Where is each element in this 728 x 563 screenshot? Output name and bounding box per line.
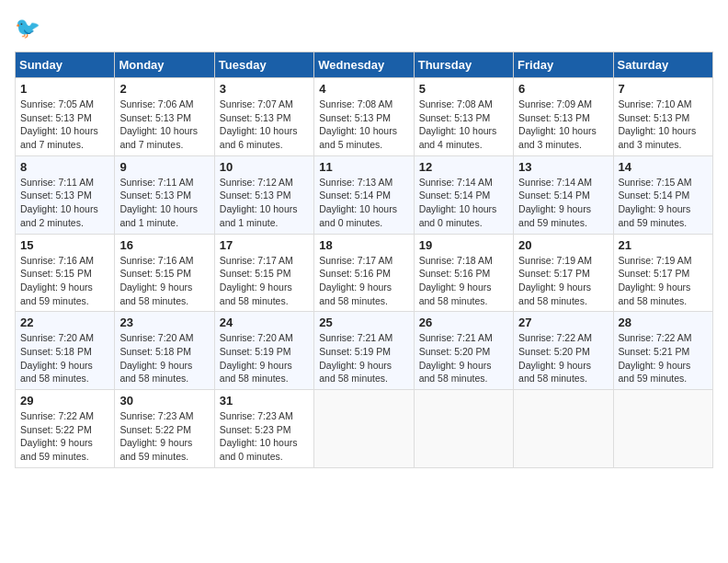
calendar-header-row: SundayMondayTuesdayWednesdayThursdayFrid… — [16, 52, 713, 78]
calendar-cell: 15 Sunrise: 7:16 AM Sunset: 5:15 PM Dayl… — [16, 234, 115, 312]
sunset-label: Sunset: 5:19 PM — [319, 346, 391, 357]
sunset-label: Sunset: 5:17 PM — [518, 268, 590, 279]
day-header-thursday: Thursday — [414, 52, 513, 78]
day-number: 30 — [119, 394, 209, 408]
daylight-label: Daylight: 10 hours and 5 minutes. — [319, 125, 397, 150]
cell-info: Sunrise: 7:06 AM Sunset: 5:13 PM Dayligh… — [119, 98, 209, 152]
cell-info: Sunrise: 7:22 AM Sunset: 5:22 PM Dayligh… — [20, 409, 109, 464]
logo-icon: 🐦 — [15, 15, 44, 44]
daylight-label: Daylight: 10 hours and 7 minutes. — [20, 125, 98, 150]
cell-info: Sunrise: 7:21 AM Sunset: 5:19 PM Dayligh… — [319, 331, 408, 385]
daylight-label: Daylight: 10 hours and 7 minutes. — [119, 125, 198, 150]
daylight-label: Daylight: 10 hours and 0 minutes. — [220, 437, 298, 462]
day-number: 8 — [20, 160, 109, 174]
calendar-week-3: 15 Sunrise: 7:16 AM Sunset: 5:15 PM Dayl… — [16, 234, 713, 312]
sunrise-label: Sunrise: 7:12 AM — [220, 177, 293, 188]
sunset-label: Sunset: 5:14 PM — [319, 190, 391, 201]
sunset-label: Sunset: 5:13 PM — [20, 112, 92, 123]
sunrise-label: Sunrise: 7:20 AM — [20, 332, 94, 343]
daylight-label: Daylight: 9 hours and 59 minutes. — [20, 437, 93, 462]
calendar-cell: 5 Sunrise: 7:08 AM Sunset: 5:13 PM Dayli… — [414, 78, 513, 156]
day-number: 3 — [220, 82, 309, 96]
calendar-week-2: 8 Sunrise: 7:11 AM Sunset: 5:13 PM Dayli… — [16, 155, 713, 234]
calendar-cell: 18 Sunrise: 7:17 AM Sunset: 5:16 PM Dayl… — [314, 234, 414, 312]
sunrise-label: Sunrise: 7:16 AM — [20, 255, 94, 266]
calendar-cell: 10 Sunrise: 7:12 AM Sunset: 5:13 PM Dayl… — [214, 155, 313, 234]
daylight-label: Daylight: 9 hours and 59 minutes. — [619, 360, 691, 385]
sunrise-label: Sunrise: 7:19 AM — [518, 255, 592, 266]
calendar-cell: 11 Sunrise: 7:13 AM Sunset: 5:14 PM Dayl… — [314, 155, 414, 234]
sunrise-label: Sunrise: 7:06 AM — [119, 98, 193, 109]
sunrise-label: Sunrise: 7:18 AM — [419, 255, 493, 266]
day-number: 9 — [119, 160, 209, 174]
cell-info: Sunrise: 7:22 AM Sunset: 5:21 PM Dayligh… — [619, 331, 708, 385]
sunset-label: Sunset: 5:13 PM — [220, 112, 291, 123]
day-number: 16 — [119, 238, 209, 252]
calendar-cell: 23 Sunrise: 7:20 AM Sunset: 5:18 PM Dayl… — [115, 312, 214, 390]
cell-info: Sunrise: 7:17 AM Sunset: 5:15 PM Dayligh… — [220, 254, 309, 308]
cell-info: Sunrise: 7:19 AM Sunset: 5:17 PM Dayligh… — [619, 254, 708, 308]
calendar-cell: 28 Sunrise: 7:22 AM Sunset: 5:21 PM Dayl… — [613, 312, 712, 390]
sunset-label: Sunset: 5:23 PM — [220, 424, 291, 435]
sunset-label: Sunset: 5:15 PM — [220, 268, 291, 279]
cell-info: Sunrise: 7:20 AM Sunset: 5:18 PM Dayligh… — [20, 331, 109, 385]
cell-info: Sunrise: 7:19 AM Sunset: 5:17 PM Dayligh… — [518, 254, 608, 308]
cell-info: Sunrise: 7:23 AM Sunset: 5:22 PM Dayligh… — [119, 409, 209, 464]
calendar-cell: 16 Sunrise: 7:16 AM Sunset: 5:15 PM Dayl… — [115, 234, 214, 312]
daylight-label: Daylight: 10 hours and 0 minutes. — [319, 203, 397, 228]
sunset-label: Sunset: 5:15 PM — [20, 268, 92, 279]
sunrise-label: Sunrise: 7:08 AM — [319, 98, 392, 109]
cell-info: Sunrise: 7:18 AM Sunset: 5:16 PM Dayligh… — [419, 254, 508, 308]
sunset-label: Sunset: 5:22 PM — [119, 424, 191, 435]
day-number: 10 — [220, 160, 309, 174]
cell-info: Sunrise: 7:20 AM Sunset: 5:18 PM Dayligh… — [119, 331, 209, 385]
sunrise-label: Sunrise: 7:17 AM — [220, 255, 293, 266]
cell-info: Sunrise: 7:16 AM Sunset: 5:15 PM Dayligh… — [20, 254, 109, 308]
sunset-label: Sunset: 5:13 PM — [518, 112, 590, 123]
sunrise-label: Sunrise: 7:22 AM — [20, 410, 94, 421]
calendar-cell: 20 Sunrise: 7:19 AM Sunset: 5:17 PM Dayl… — [514, 234, 613, 312]
sunrise-label: Sunrise: 7:23 AM — [220, 410, 293, 421]
day-number: 27 — [518, 316, 608, 329]
calendar-cell: 26 Sunrise: 7:21 AM Sunset: 5:20 PM Dayl… — [414, 312, 513, 390]
calendar-cell: 6 Sunrise: 7:09 AM Sunset: 5:13 PM Dayli… — [514, 78, 613, 156]
daylight-label: Daylight: 9 hours and 58 minutes. — [220, 282, 292, 306]
calendar-cell: 13 Sunrise: 7:14 AM Sunset: 5:14 PM Dayl… — [514, 155, 613, 234]
day-number: 11 — [319, 160, 408, 174]
sunrise-label: Sunrise: 7:15 AM — [619, 177, 692, 188]
daylight-label: Daylight: 10 hours and 6 minutes. — [220, 125, 298, 150]
sunset-label: Sunset: 5:19 PM — [220, 346, 291, 357]
daylight-label: Daylight: 9 hours and 58 minutes. — [319, 360, 392, 385]
calendar-table: SundayMondayTuesdayWednesdayThursdayFrid… — [15, 52, 713, 468]
sunrise-label: Sunrise: 7:08 AM — [419, 98, 493, 109]
svg-text:🐦: 🐦 — [15, 16, 40, 40]
daylight-label: Daylight: 10 hours and 3 minutes. — [518, 125, 597, 150]
daylight-label: Daylight: 9 hours and 59 minutes. — [119, 437, 192, 462]
day-number: 26 — [419, 316, 508, 329]
sunrise-label: Sunrise: 7:16 AM — [119, 255, 193, 266]
sunset-label: Sunset: 5:16 PM — [319, 268, 391, 279]
day-number: 25 — [319, 316, 408, 329]
sunset-label: Sunset: 5:22 PM — [20, 424, 92, 435]
daylight-label: Daylight: 9 hours and 59 minutes. — [619, 203, 691, 228]
sunset-label: Sunset: 5:13 PM — [319, 112, 391, 123]
sunset-label: Sunset: 5:20 PM — [518, 346, 590, 357]
sunset-label: Sunset: 5:18 PM — [20, 346, 92, 357]
calendar-cell: 27 Sunrise: 7:22 AM Sunset: 5:20 PM Dayl… — [514, 312, 613, 390]
sunset-label: Sunset: 5:14 PM — [619, 190, 690, 201]
daylight-label: Daylight: 9 hours and 59 minutes. — [20, 282, 93, 306]
cell-info: Sunrise: 7:23 AM Sunset: 5:23 PM Dayligh… — [220, 409, 309, 464]
calendar-cell: 21 Sunrise: 7:19 AM Sunset: 5:17 PM Dayl… — [613, 234, 712, 312]
calendar-cell: 24 Sunrise: 7:20 AM Sunset: 5:19 PM Dayl… — [214, 312, 313, 390]
day-number: 22 — [20, 316, 109, 329]
sunrise-label: Sunrise: 7:21 AM — [319, 332, 392, 343]
calendar-cell: 8 Sunrise: 7:11 AM Sunset: 5:13 PM Dayli… — [16, 155, 115, 234]
calendar-cell: 2 Sunrise: 7:06 AM Sunset: 5:13 PM Dayli… — [115, 78, 214, 156]
day-number: 29 — [20, 394, 109, 408]
sunset-label: Sunset: 5:15 PM — [119, 268, 191, 279]
daylight-label: Daylight: 9 hours and 58 minutes. — [20, 360, 93, 385]
day-header-monday: Monday — [115, 52, 214, 78]
sunrise-label: Sunrise: 7:20 AM — [220, 332, 293, 343]
cell-info: Sunrise: 7:11 AM Sunset: 5:13 PM Dayligh… — [20, 176, 109, 230]
daylight-label: Daylight: 10 hours and 1 minute. — [119, 203, 198, 228]
